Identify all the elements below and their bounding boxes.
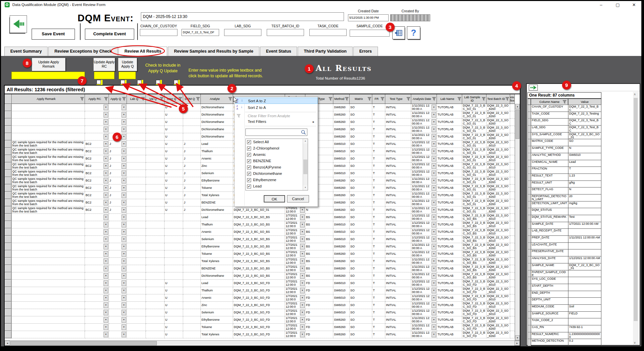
grid-cell-test_type[interactable]: INITIAL bbox=[385, 250, 411, 258]
grid-cell-sample_date[interactable]: 1/7/2021 12:00:0▼ bbox=[285, 228, 305, 236]
update-apply-rc-button[interactable]: Update Apply RC bbox=[93, 58, 115, 71]
cell-dropdown-button[interactable]: ▼ bbox=[122, 127, 126, 132]
grid-cell-q[interactable]: J▼ bbox=[109, 141, 127, 148]
grid-cell-test_batch_id[interactable]: DQM_22_3_SO_8260 bbox=[486, 206, 510, 214]
cell-dropdown-button[interactable]: ▼ bbox=[432, 295, 436, 301]
grid-cell-remark[interactable]: QC sample types required for the method … bbox=[12, 184, 85, 192]
grid-cell-analysis_date[interactable]: 1/11/2021 12:00:00 A▼ bbox=[411, 192, 437, 199]
grid-cell-remark[interactable] bbox=[12, 221, 85, 228]
grid-cell-analyte[interactable]: Lead bbox=[201, 214, 233, 221]
grid-cell-samp_type[interactable]: BS bbox=[305, 228, 333, 236]
grid-cell-method[interactable]: SW6010 bbox=[333, 236, 350, 243]
grid-cell-lab_q[interactable] bbox=[127, 192, 146, 199]
cell-dropdown-button[interactable]: ▼ bbox=[300, 258, 305, 264]
grid-cell-matrix[interactable]: SO bbox=[350, 287, 372, 294]
grid-cell-test_type[interactable]: INITIAL bbox=[385, 324, 411, 331]
grid-cell-lab_name[interactable]: TUTORLAB bbox=[437, 119, 462, 126]
grid-cell-rc[interactable]: BC2▼ bbox=[85, 177, 109, 184]
cell-dropdown-button[interactable]: ▼ bbox=[122, 317, 126, 323]
cell-dropdown-button[interactable]: ▼ bbox=[432, 310, 436, 315]
column-name-header[interactable]: Column Name bbox=[531, 99, 568, 105]
checkbox-icon[interactable]: ✔ bbox=[247, 159, 251, 163]
grid-cell-val_q[interactable] bbox=[146, 170, 164, 177]
cell-dropdown-button[interactable]: ▼ bbox=[432, 200, 436, 205]
grid-cell-dqm_q[interactable]: J bbox=[183, 155, 201, 163]
help-button[interactable]: ? bbox=[407, 26, 420, 39]
grid-cell-remark[interactable]: QC sample types required for the method … bbox=[12, 155, 85, 163]
grid-cell-method[interactable]: SW6010 bbox=[333, 163, 350, 170]
grid-cell-analyte[interactable]: Toluene bbox=[201, 324, 233, 331]
grid-cell-rc[interactable]: ▼ bbox=[85, 287, 109, 294]
grid-cell-test_batch_id[interactable]: DQM_22_3_SO_6010 bbox=[486, 302, 510, 309]
grid-cell-remark[interactable] bbox=[12, 287, 85, 294]
grid-cell-test_batch_id[interactable]: DQM_22_3_SO_6010 bbox=[486, 280, 510, 287]
cell-dropdown-button[interactable]: ▼ bbox=[300, 222, 305, 227]
grid-cell-selector[interactable] bbox=[5, 228, 12, 236]
grid-cell-selector[interactable] bbox=[5, 272, 12, 280]
grid-cell-sample_date[interactable]: 1/7/2021 12:00:0▼ bbox=[285, 258, 305, 265]
cell-dropdown-button[interactable]: ▼ bbox=[104, 258, 108, 264]
grid-cell-lab_q[interactable] bbox=[127, 214, 146, 221]
grid-cell-test_batch_id[interactable]: DQM_22_3_SO_6010 bbox=[486, 228, 510, 236]
grid-cell-result_text[interactable] bbox=[510, 163, 515, 170]
grid-cell-dqm_q[interactable]: J bbox=[183, 177, 201, 184]
grid-cell-test_type[interactable]: INITIAL bbox=[385, 316, 411, 324]
cell-dropdown-button[interactable]: ▼ bbox=[104, 105, 108, 110]
column-header-test_batch_id[interactable]: Test Batch ID bbox=[486, 94, 510, 104]
grid-cell-matrix[interactable]: SO bbox=[350, 228, 372, 236]
grid-cell-sample_date[interactable]: 1/7/2021 12:00:0▼ bbox=[285, 272, 305, 280]
grid-cell-rc[interactable]: ▼ bbox=[85, 302, 109, 309]
grid-cell-test_batch_id[interactable]: DQM_22_3_SO_6010 bbox=[486, 236, 510, 243]
grid-cell-lab_sample_id[interactable]: DQM_7_22_3_BC_SO_BS bbox=[462, 214, 486, 221]
grid-cell-test_batch_id[interactable]: DQM_22_3_SO_6010 bbox=[486, 141, 510, 148]
grid-cell-analysis_date[interactable]: 1/11/2021 12:00:00 A▼ bbox=[411, 111, 437, 119]
grid-cell-lab_q[interactable] bbox=[127, 272, 146, 280]
grid-cell-inter_q[interactable]: U bbox=[164, 294, 183, 302]
grid-cell-method[interactable]: SW8260 bbox=[333, 316, 350, 324]
grid-cell-lab_name[interactable]: TUTORLAB bbox=[437, 258, 462, 265]
grid-cell-samp_type[interactable]: N bbox=[305, 206, 333, 214]
grid-cell-test_type[interactable]: INITIAL bbox=[385, 163, 411, 170]
grid-cell-lab_q[interactable] bbox=[127, 206, 146, 214]
grid-cell-rc[interactable]: ▼ bbox=[85, 111, 109, 119]
grid-cell-analyte[interactable]: Arsenic bbox=[201, 155, 233, 163]
grid-cell-inter_q[interactable] bbox=[164, 258, 183, 265]
row-selector[interactable] bbox=[527, 318, 531, 325]
grid-cell-method[interactable]: SW6010 bbox=[333, 228, 350, 236]
grid-cell-test_batch_id[interactable]: DQM_22_3_SO_8260 bbox=[486, 184, 510, 192]
next-result-button[interactable] bbox=[529, 85, 538, 91]
grid-cell-result_text[interactable] bbox=[510, 221, 515, 228]
grid-cell-rc[interactable]: ▼ bbox=[85, 236, 109, 243]
grid-cell-result_text[interactable] bbox=[510, 184, 515, 192]
filter-icon-q[interactable] bbox=[122, 97, 126, 101]
grid-cell-result_text[interactable] bbox=[510, 126, 515, 133]
grid-cell-remark[interactable] bbox=[12, 258, 85, 265]
filter-icon-column-name[interactable] bbox=[562, 100, 567, 104]
grid-cell-selector[interactable] bbox=[5, 236, 12, 243]
cell-dropdown-button[interactable]: ▼ bbox=[122, 222, 126, 227]
grid-cell-analyte[interactable]: Dichloromethane bbox=[201, 126, 233, 133]
grid-cell-fr[interactable]: T bbox=[372, 141, 385, 148]
grid-cell-samp_type[interactable]: BS bbox=[305, 258, 333, 265]
checkbox-icon[interactable]: ✔ bbox=[247, 184, 251, 188]
grid-cell-matrix[interactable]: SO bbox=[350, 236, 372, 243]
grid-cell-analysis_date[interactable]: 1/12/2021 12:00:00 A▼ bbox=[411, 294, 437, 302]
grid-cell-val_q[interactable] bbox=[146, 324, 164, 331]
cell-dropdown-button[interactable]: ▼ bbox=[300, 229, 305, 235]
column-header-val_q[interactable]: Val Q bbox=[146, 94, 164, 104]
cell-dropdown-button[interactable]: ▼ bbox=[122, 214, 126, 220]
cell-dropdown-button[interactable]: ▼ bbox=[300, 214, 305, 220]
grid-cell-samp_type[interactable]: FD bbox=[305, 309, 333, 316]
grid-cell-remark[interactable]: QC sample types required for the method … bbox=[12, 192, 85, 199]
grid-cell-test_batch_id[interactable]: DQM_22_3_SO_8260 bbox=[486, 258, 510, 265]
grid-cell-analysis_date[interactable]: 1/11/2021 12:00:00 A▼ bbox=[411, 206, 437, 214]
grid-cell-analysis_date[interactable]: 1/12/2021 12:00:00 A▼ bbox=[411, 280, 437, 287]
field-input[interactable]: DQM_7_22_3_Test_DF bbox=[181, 29, 219, 36]
grid-cell-dqm_q[interactable] bbox=[183, 221, 201, 228]
row-selector[interactable] bbox=[527, 332, 531, 339]
grid-cell-fr[interactable]: T bbox=[372, 250, 385, 258]
grid-cell-rc[interactable]: ▼ bbox=[85, 126, 109, 133]
grid-cell-matrix[interactable]: SO bbox=[350, 170, 372, 177]
grid-cell-lab_sample_id[interactable]: DQM_7_22_3_BC_SO_01 bbox=[462, 155, 486, 163]
cell-dropdown-button[interactable]: ▼ bbox=[104, 332, 108, 337]
